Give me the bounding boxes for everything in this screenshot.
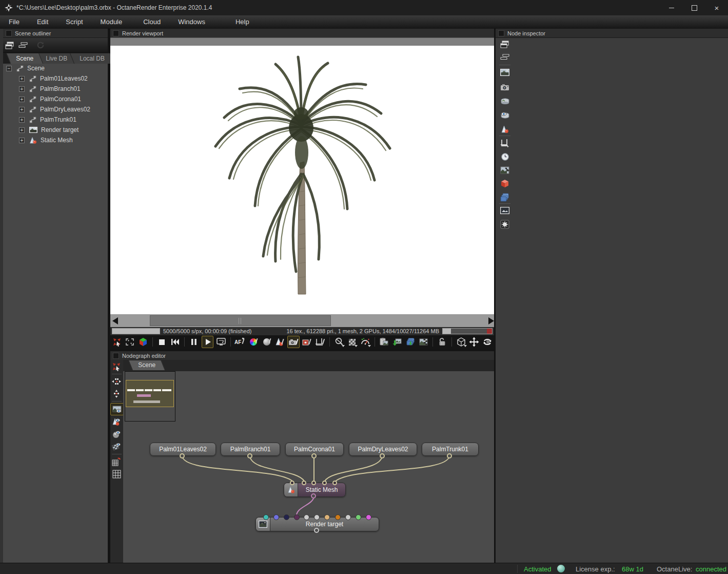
input-port[interactable] — [322, 481, 327, 485]
menu-cloud[interactable]: Cloud — [134, 15, 169, 29]
rt-port[interactable] — [345, 514, 351, 520]
rt-port[interactable] — [314, 514, 320, 520]
pick-focus-icon[interactable] — [111, 336, 123, 348]
output-port[interactable] — [380, 453, 385, 458]
film-settings-icon[interactable] — [500, 138, 510, 148]
output-port[interactable] — [311, 453, 317, 458]
output-port[interactable] — [247, 453, 252, 458]
imager-icon[interactable] — [500, 205, 510, 216]
snap-grid-icon[interactable] — [110, 456, 123, 467]
tree-label[interactable]: Palm01Leaves02 — [40, 75, 88, 82]
environment-icon[interactable] — [500, 96, 510, 106]
tree-row-palmbranch01[interactable]: + PalmBranch01 — [19, 84, 81, 94]
alpha-mode-icon[interactable] — [347, 336, 358, 348]
realtime-render-icon[interactable] — [215, 336, 227, 348]
texture-preview-icon[interactable] — [110, 429, 123, 440]
new-window-icon[interactable] — [4, 40, 15, 51]
fit-view-icon[interactable] — [125, 336, 136, 348]
expand-icon[interactable]: + — [19, 107, 25, 112]
spread-horizontal-icon[interactable] — [110, 376, 123, 387]
menu-help[interactable]: Help — [227, 15, 258, 29]
render-region-picker-icon[interactable] — [302, 336, 313, 348]
stop-render-icon[interactable] — [156, 336, 168, 348]
copy-image-icon[interactable] — [379, 336, 390, 348]
close-button[interactable]: × — [705, 0, 728, 15]
panel-handle-icon[interactable] — [113, 353, 119, 359]
lock-resolution-icon[interactable] — [437, 336, 448, 348]
viewport-hscrollbar[interactable] — [110, 314, 494, 327]
render-priority-icon[interactable] — [360, 336, 371, 348]
restart-render-icon[interactable] — [170, 336, 181, 348]
menu-script[interactable]: Script — [57, 15, 91, 29]
rt-port[interactable] — [273, 514, 279, 520]
rendertarget-preview-icon[interactable] — [110, 403, 124, 415]
film-region-picker-icon[interactable] — [314, 336, 326, 348]
tree-row-scene-root[interactable]: − Scene — [6, 63, 45, 73]
scroll-left-icon[interactable] — [112, 317, 118, 324]
rt-port[interactable] — [304, 514, 309, 520]
panel-handle-icon[interactable] — [498, 30, 504, 36]
lens-menu-icon[interactable] — [333, 336, 345, 348]
camera-mode-icon[interactable] — [456, 336, 467, 348]
recenter-icon[interactable] — [110, 361, 123, 372]
tree-label[interactable]: Render target — [41, 126, 78, 133]
panel-handle-icon[interactable] — [6, 30, 12, 36]
input-port[interactable] — [332, 481, 337, 485]
resume-render-icon[interactable] — [202, 336, 214, 348]
menu-windows[interactable]: Windows — [169, 15, 220, 29]
rt-port[interactable] — [366, 514, 371, 520]
collapse-icon[interactable]: − — [6, 66, 12, 71]
object-layer-icon[interactable] — [500, 178, 510, 188]
rendertarget-icon[interactable] — [500, 67, 510, 78]
camera-icon[interactable] — [500, 82, 510, 92]
material-picker-icon[interactable] — [261, 336, 272, 348]
tab-scene[interactable]: Scene — [6, 53, 44, 64]
rt-port[interactable] — [324, 514, 330, 520]
render-image[interactable] — [110, 46, 494, 314]
input-port[interactable] — [290, 481, 294, 485]
rt-port-mesh0[interactable] — [263, 514, 269, 520]
menu-module[interactable]: Module — [92, 15, 135, 29]
tree-label[interactable]: Static Mesh — [41, 137, 73, 144]
expand-icon[interactable]: + — [19, 86, 25, 92]
menu-edit[interactable]: Edit — [28, 15, 57, 29]
output-port[interactable] — [314, 528, 319, 533]
output-port[interactable] — [311, 493, 316, 499]
tree-label[interactable]: Scene — [27, 65, 45, 72]
save-image-icon[interactable] — [391, 336, 403, 348]
spread-vertical-icon[interactable] — [110, 388, 123, 399]
rt-port[interactable] — [284, 514, 289, 520]
tree-label[interactable]: PalmCorona01 — [40, 95, 81, 103]
rgb-cube-icon[interactable] — [137, 336, 149, 348]
output-port[interactable] — [447, 453, 452, 458]
expand-icon[interactable]: + — [19, 117, 25, 123]
arrange-windows-icon[interactable] — [17, 40, 29, 51]
camera-picker-icon[interactable] — [287, 336, 300, 348]
scrollbar-thumb[interactable] — [150, 315, 331, 326]
rt-port-connected[interactable] — [294, 514, 300, 520]
passes-icon[interactable] — [500, 192, 510, 202]
input-port[interactable] — [302, 481, 306, 485]
minimize-button[interactable] — [660, 0, 683, 15]
visible-environment-icon[interactable] — [500, 110, 510, 120]
tree-row-render-target[interactable]: + Render target — [19, 125, 78, 135]
maximize-button[interactable] — [683, 0, 705, 15]
expand-icon[interactable]: + — [19, 127, 25, 133]
grid-icon[interactable] — [110, 468, 123, 480]
panel-handle-icon[interactable] — [113, 30, 119, 36]
tree-row-static-mesh[interactable]: + Static Mesh — [19, 135, 73, 145]
save-passes-icon[interactable] — [418, 336, 429, 348]
white-balance-picker-icon[interactable] — [248, 336, 259, 348]
tab-local-db[interactable]: Local DB — [70, 53, 114, 64]
rt-port[interactable] — [356, 514, 361, 520]
output-port[interactable] — [180, 453, 185, 458]
mesh-icon[interactable] — [500, 124, 510, 134]
pause-render-icon[interactable] — [188, 336, 200, 348]
postprocessing-icon[interactable] — [500, 219, 510, 229]
tree-row-palm01leaves02[interactable]: + Palm01Leaves02 — [19, 73, 88, 84]
expand-icon[interactable]: + — [19, 97, 25, 102]
tree-label[interactable]: PalmDryLeaves02 — [40, 106, 90, 113]
autofocus-picker-icon[interactable]: AF — [234, 336, 246, 348]
pan-mode-icon[interactable] — [469, 336, 480, 348]
viewport-hscrollbar-top[interactable] — [110, 37, 494, 46]
